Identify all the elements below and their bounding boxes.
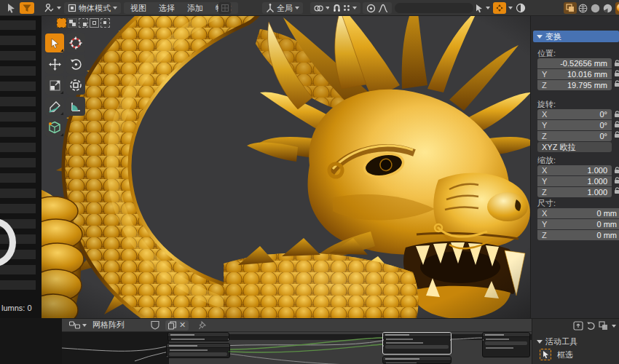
dimensions-z-field[interactable]: Z0 mm	[537, 230, 619, 240]
tool-annotate[interactable]	[45, 97, 64, 116]
editor-type-button[interactable]	[44, 2, 61, 14]
select-mode-new[interactable]	[57, 18, 66, 28]
redo-arrow-icon[interactable]	[586, 321, 596, 331]
upload-box-icon[interactable]	[573, 321, 583, 331]
rotation-y-field[interactable]: Y0°	[537, 120, 612, 130]
lock-open-icon[interactable]	[615, 177, 619, 184]
filter-funnel-button[interactable]	[20, 2, 34, 14]
copy-icon[interactable]	[168, 321, 176, 330]
node-selected[interactable]	[382, 332, 452, 355]
select-mode-invert[interactable]	[90, 18, 99, 28]
lock-open-icon[interactable]	[615, 70, 619, 77]
snapping-dropdown[interactable]	[329, 2, 360, 14]
shading-material-icon[interactable]	[603, 4, 612, 13]
menu-select[interactable]: 选择	[154, 2, 180, 14]
node[interactable]	[482, 332, 530, 357]
node-group-name[interactable]: 网格阵列	[92, 320, 125, 331]
select-tool-dropdown[interactable]	[475, 2, 490, 14]
scale-y-field[interactable]: Y1.000	[537, 176, 612, 186]
dimensions-y-field[interactable]: Y0 mm	[537, 219, 619, 229]
cropped-row	[0, 158, 36, 167]
chevron-down-icon	[57, 7, 61, 9]
tool-scale[interactable]	[45, 76, 64, 95]
scale-x-value: 1.000	[587, 166, 607, 175]
lock-open-icon[interactable]	[615, 60, 619, 67]
node-wires	[62, 332, 532, 364]
position-locks	[615, 60, 619, 90]
box-select-icon	[540, 349, 551, 360]
lock-open-icon[interactable]	[615, 187, 619, 194]
falloff-curve-icon[interactable]	[378, 4, 388, 13]
position-z-field[interactable]: Z19.795 mm	[537, 80, 612, 90]
rotation-z-field[interactable]: Z0°	[537, 131, 612, 141]
shield-icon[interactable]	[151, 320, 159, 330]
lock-open-icon[interactable]	[615, 121, 619, 128]
axis-label: Y	[542, 177, 547, 186]
measure-protractor-icon	[70, 100, 82, 113]
node[interactable]	[166, 343, 230, 358]
dimensions-x-value: 0 mm	[597, 209, 618, 218]
rotation-x-field[interactable]: X0°	[537, 109, 612, 119]
menu-view[interactable]: 视图	[125, 2, 151, 14]
shading-wireframe-icon[interactable]	[578, 4, 588, 13]
shading-solid-icon[interactable]	[591, 4, 600, 13]
tool-cursor[interactable]	[66, 33, 85, 52]
tool-move[interactable]	[45, 55, 64, 74]
lock-open-icon[interactable]	[615, 167, 619, 174]
transform-panel-header[interactable]: 变换	[533, 31, 619, 42]
overlap-icon[interactable]	[599, 321, 609, 331]
node-canvas[interactable]	[62, 332, 532, 364]
menu-add[interactable]: 添加	[182, 2, 208, 14]
overlays-toggle[interactable]	[516, 2, 526, 14]
proportional-circle-icon[interactable]	[366, 4, 376, 13]
3d-cursor-icon	[69, 36, 82, 50]
tool-select-box[interactable]	[45, 33, 64, 52]
tool-transform[interactable]	[66, 76, 85, 95]
viewport-3d[interactable]	[42, 16, 530, 318]
select-mode-subtract[interactable]	[79, 18, 88, 28]
shading-rendered-active[interactable]	[615, 2, 619, 15]
gizmos-toggle[interactable]	[493, 2, 513, 14]
disabled-grid-button[interactable]	[218, 2, 231, 14]
tool-add-cube[interactable]	[45, 118, 64, 137]
tool-measure[interactable]	[66, 97, 85, 116]
orientation-dropdown[interactable]: 全局	[262, 2, 303, 14]
chevron-down-icon[interactable]	[612, 325, 616, 328]
lock-open-icon[interactable]	[615, 131, 619, 138]
pin-icon[interactable]	[199, 321, 207, 330]
magnet-icon	[333, 4, 341, 12]
scale-z-field[interactable]: Z1.000	[537, 187, 612, 197]
active-tool-panel: 活动工具 框选	[532, 318, 619, 364]
lock-open-icon[interactable]	[615, 80, 619, 87]
cropped-row	[0, 66, 36, 76]
rotation-y-value: 0°	[599, 121, 607, 130]
node-editor-type-icon[interactable]	[69, 320, 80, 330]
dimensions-x-field[interactable]: X0 mm	[537, 208, 619, 218]
select-mode-intersect[interactable]	[100, 18, 110, 28]
chevron-down-icon[interactable]	[82, 324, 87, 327]
rotation-mode-dropdown[interactable]: XYZ 欧拉	[537, 142, 612, 152]
dimensions-fields: X0 mm Y0 mm Z0 mm	[537, 208, 619, 240]
active-tool-entry[interactable]: 框选	[540, 349, 573, 360]
scale-x-field[interactable]: X1.000	[537, 165, 612, 175]
chevron-down-icon	[113, 7, 117, 9]
tool-region-icons	[573, 321, 616, 331]
position-x-value: -0.52656 mm	[560, 59, 607, 68]
select-mode-extend[interactable]	[68, 18, 77, 28]
active-tool-header[interactable]: 活动工具	[537, 336, 577, 347]
lock-open-icon[interactable]	[615, 111, 619, 118]
cropped-row	[0, 36, 36, 45]
header-recessed-field[interactable]	[395, 3, 473, 13]
tool-rotate[interactable]	[66, 55, 85, 74]
mode-dropdown[interactable]: 物体模式	[64, 2, 121, 14]
node[interactable]	[382, 356, 452, 364]
move-icon	[49, 58, 61, 71]
position-x-field[interactable]: -0.52656 mm	[537, 58, 612, 68]
shading-rendered-icon	[616, 3, 619, 12]
position-y-field[interactable]: Y10.016 mm	[537, 69, 612, 79]
node[interactable]	[167, 332, 229, 341]
xray-toggle[interactable]	[564, 2, 577, 14]
close-icon[interactable]: ✕	[179, 320, 186, 330]
axis-label: Y	[542, 121, 547, 130]
grid-icon	[221, 4, 229, 12]
